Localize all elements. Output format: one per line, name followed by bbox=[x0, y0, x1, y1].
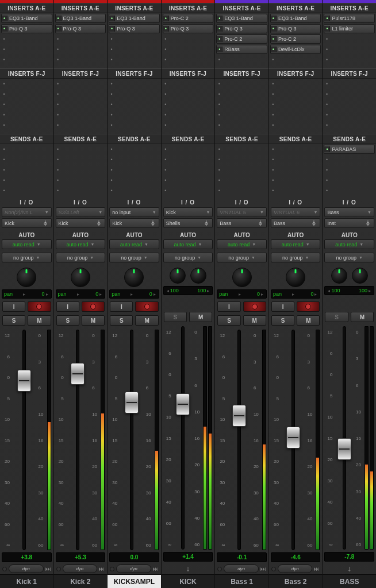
record-arm-button[interactable] bbox=[135, 301, 158, 312]
insert-slot-empty[interactable]: • bbox=[55, 155, 106, 164]
insert-slot-filled[interactable]: • Devil-LcDlx bbox=[270, 45, 321, 54]
volume-display[interactable]: -7.8 bbox=[324, 552, 374, 562]
insert-slot-empty[interactable]: • bbox=[1, 165, 52, 175]
input-monitor-button[interactable]: I bbox=[271, 301, 294, 312]
input-monitor-button[interactable]: I bbox=[110, 301, 133, 312]
insert-slot-empty[interactable]: • bbox=[324, 121, 375, 130]
pan-display[interactable]: pan ▸ 0 ▸ bbox=[56, 289, 106, 299]
auto-header[interactable]: AUTO bbox=[108, 232, 161, 238]
insert-slot-empty[interactable]: • bbox=[109, 34, 160, 44]
insert-slot-empty[interactable]: • bbox=[216, 110, 267, 119]
insert-slot-empty[interactable]: • bbox=[55, 34, 106, 44]
inserts-fj-header[interactable]: INSERTS F-J bbox=[54, 68, 108, 79]
down-arrow-icon[interactable]: ↓ bbox=[164, 564, 213, 573]
automation-mode-selector[interactable]: auto read▼ bbox=[2, 239, 52, 249]
solo-button[interactable]: S bbox=[217, 315, 240, 326]
insert-slot-empty[interactable]: • bbox=[109, 55, 160, 64]
track-name[interactable]: BASS bbox=[323, 574, 376, 588]
record-arm-button[interactable] bbox=[243, 301, 266, 312]
insert-slot-empty[interactable]: • bbox=[1, 90, 52, 99]
insert-slot-empty[interactable]: • bbox=[216, 145, 267, 154]
insert-slot-empty[interactable]: • bbox=[1, 121, 52, 130]
automation-mode-selector[interactable]: auto read▼ bbox=[324, 239, 374, 249]
insert-slot-empty[interactable]: • bbox=[163, 121, 214, 130]
io-output-selector[interactable]: Bassϕ bbox=[271, 218, 321, 228]
insert-slot-empty[interactable]: • bbox=[216, 155, 267, 164]
auto-header[interactable]: AUTO bbox=[269, 232, 323, 238]
io-header[interactable]: I / O bbox=[56, 199, 106, 206]
insert-slot-empty[interactable]: • bbox=[55, 145, 106, 154]
record-arm-button[interactable] bbox=[297, 301, 320, 312]
volume-display[interactable]: -0.1 bbox=[217, 552, 267, 562]
insert-slot-empty[interactable]: • bbox=[163, 55, 214, 64]
sends-ae-header[interactable]: SENDS A-E bbox=[162, 134, 215, 144]
insert-slot-empty[interactable]: • bbox=[324, 155, 375, 164]
insert-slot-empty[interactable]: • bbox=[55, 121, 106, 130]
insert-slot-empty[interactable]: • bbox=[55, 55, 106, 64]
io-header[interactable]: I / O bbox=[163, 199, 213, 206]
insert-slot-filled[interactable]: • Pro-Q 3 bbox=[55, 24, 106, 33]
insert-slot-empty[interactable]: • bbox=[109, 110, 160, 119]
input-monitor-button[interactable]: I bbox=[2, 301, 25, 312]
playlist-icon[interactable]: ⏭ bbox=[45, 566, 51, 572]
pan-right-knob[interactable] bbox=[190, 268, 206, 284]
group-selector[interactable]: no group▼ bbox=[324, 253, 374, 262]
fader-slot[interactable] bbox=[279, 330, 307, 550]
io-input-selector[interactable]: Bass▼ bbox=[324, 207, 374, 217]
dyn-button[interactable]: dyn bbox=[116, 564, 151, 573]
auto-header[interactable]: AUTO bbox=[323, 232, 376, 238]
io-output-selector[interactable]: Shellsϕ bbox=[163, 218, 213, 228]
insert-slot-empty[interactable]: • bbox=[55, 110, 106, 119]
dyn-button[interactable]: dyn bbox=[224, 564, 259, 573]
insert-slot-empty[interactable]: • bbox=[324, 110, 375, 119]
insert-slot-empty[interactable]: • bbox=[216, 186, 267, 195]
playlist-icon[interactable]: ⏭ bbox=[99, 566, 105, 572]
record-arm-button[interactable] bbox=[82, 301, 105, 312]
insert-slot-empty[interactable]: • bbox=[1, 145, 52, 154]
group-selector[interactable]: no group▼ bbox=[271, 253, 321, 262]
sends-ae-header[interactable]: SENDS A-E bbox=[54, 134, 108, 144]
insert-slot-empty[interactable]: • bbox=[270, 79, 321, 88]
insert-slot-empty[interactable]: • bbox=[270, 121, 321, 130]
inserts-ae-header[interactable]: INSERTS A-E bbox=[269, 3, 323, 13]
phase-icon[interactable]: ϕ bbox=[95, 220, 102, 226]
phase-icon[interactable]: ϕ bbox=[149, 220, 156, 226]
insert-slot-filled[interactable]: • Pro-C 2 bbox=[216, 34, 267, 44]
io-output-selector[interactable]: Instϕ bbox=[324, 218, 374, 228]
auto-header[interactable]: AUTO bbox=[162, 232, 215, 238]
solo-button[interactable]: S bbox=[2, 315, 25, 326]
inserts-ae-header[interactable]: INSERTS A-E bbox=[162, 3, 215, 13]
insert-slot-empty[interactable]: • bbox=[270, 55, 321, 64]
insert-slot-filled[interactable]: • RBass bbox=[216, 45, 267, 54]
insert-slot-empty[interactable]: • bbox=[270, 145, 321, 154]
io-input-selector[interactable]: S3/4.Left▼ bbox=[56, 207, 106, 217]
insert-slot-empty[interactable]: • bbox=[216, 121, 267, 130]
insert-slot-empty[interactable]: • bbox=[109, 165, 160, 175]
phase-icon[interactable]: ϕ bbox=[310, 220, 317, 226]
track-name[interactable]: KICKSAMPL bbox=[108, 574, 161, 588]
io-input-selector[interactable]: VIRTUAL 5▼ bbox=[217, 207, 267, 217]
insert-slot-filled[interactable]: • Pro-Q 3 bbox=[109, 24, 160, 33]
phase-icon[interactable]: ϕ bbox=[203, 220, 210, 226]
inserts-fj-header[interactable]: INSERTS F-J bbox=[162, 68, 215, 79]
insert-slot-empty[interactable]: • bbox=[163, 145, 214, 154]
io-output-selector[interactable]: Bassϕ bbox=[217, 218, 267, 228]
insert-slot-filled[interactable]: • Pro-Q 3 bbox=[1, 24, 52, 33]
insert-slot-empty[interactable]: • bbox=[163, 176, 214, 185]
sends-ae-header[interactable]: SENDS A-E bbox=[0, 134, 53, 144]
pan-display[interactable]: pan ▸ 0 ▸ bbox=[217, 289, 267, 299]
insert-slot-empty[interactable]: • bbox=[216, 79, 267, 88]
pan-right-knob[interactable] bbox=[352, 268, 368, 284]
fader-slot[interactable] bbox=[172, 326, 194, 550]
mute-button[interactable]: M bbox=[351, 312, 374, 322]
insert-slot-filled[interactable]: • EQ3 1-Band bbox=[216, 14, 267, 23]
insert-slot-empty[interactable]: • bbox=[109, 100, 160, 109]
pan-knob[interactable] bbox=[17, 268, 36, 287]
insert-slot-empty[interactable]: • bbox=[1, 100, 52, 109]
automation-mode-selector[interactable]: auto read▼ bbox=[56, 239, 106, 249]
insert-slot-filled[interactable]: • EQ3 1-Band bbox=[270, 14, 321, 23]
fader-track[interactable] bbox=[291, 330, 295, 550]
insert-slot-filled[interactable]: • Pro-Q 3 bbox=[270, 24, 321, 33]
phase-icon[interactable]: ϕ bbox=[42, 220, 49, 226]
insert-slot-empty[interactable]: • bbox=[324, 176, 375, 185]
